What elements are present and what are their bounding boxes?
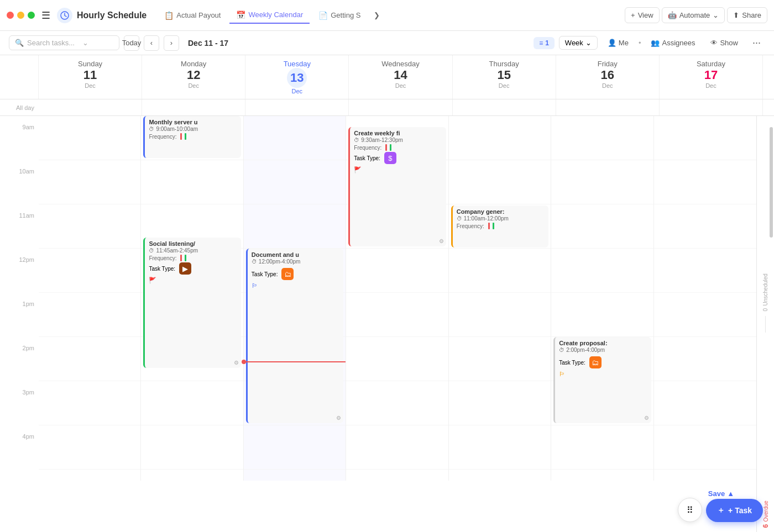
- col-header-sunday: Sunday 11 Dec: [39, 55, 142, 99]
- event-freq: Frequency:: [149, 255, 237, 261]
- automate-button[interactable]: 🤖 Automate ⌄: [662, 7, 725, 23]
- event-social-listening[interactable]: Social listening/ ⏱11:45am-2:45pm Freque…: [143, 238, 240, 368]
- unscheduled-label: 0 Unscheduled: [762, 116, 768, 316]
- grid-col-tuesday: Document and u ⏱12:00pm-4:00pm Task Type…: [244, 116, 346, 481]
- event-freq: Frequency:: [149, 133, 237, 140]
- traffic-lights: [7, 12, 35, 19]
- titlebar: ☰ Hourly Schedule 📋 Actual Payout 📅 Week…: [0, 0, 774, 31]
- allday-saturday: [660, 99, 763, 115]
- plus-icon: ＋: [717, 505, 725, 515]
- col-header-friday: Friday 16 Dec: [556, 55, 660, 99]
- time-1pm: 1pm: [0, 298, 39, 343]
- event-title: Document and u: [252, 251, 339, 258]
- scrollbar-thumb[interactable]: [770, 127, 773, 238]
- date-range: Dec 11 - 17: [188, 39, 228, 48]
- time-9am: 9am: [0, 122, 39, 166]
- assignees-button[interactable]: 👥 Assignees: [645, 36, 700, 49]
- event-type: Task Type: 🗂: [252, 268, 339, 280]
- grid-col-sunday: [39, 116, 141, 481]
- event-create-weekly[interactable]: Create weekly fi ⏱9:30am-12:30pm Frequen…: [348, 127, 446, 246]
- event-monthly-server[interactable]: Monthly server u ⏱9:00am-10:00am Frequen…: [143, 116, 240, 158]
- show-button[interactable]: 👁 Show: [705, 36, 744, 49]
- grid-col-thursday: Company gener: ⏱11:00am-12:00pm Frequenc…: [449, 116, 551, 481]
- menu-icon[interactable]: ☰: [41, 9, 50, 22]
- allday-tuesday: [245, 99, 349, 115]
- eye-icon: 👁: [710, 39, 718, 47]
- day-name-sunday: Sunday: [39, 60, 142, 68]
- minimize-button[interactable]: [17, 12, 24, 19]
- chevron-up-icon: ▲: [727, 489, 734, 498]
- allday-friday: [556, 99, 660, 115]
- group-icon: 👥: [651, 39, 660, 47]
- prev-week-button[interactable]: ‹: [144, 35, 159, 51]
- tab-getting-started[interactable]: 📄 Getting S: [312, 8, 367, 23]
- day-num-sunday: 11: [39, 68, 142, 82]
- search-chevron-icon[interactable]: ⌄: [82, 39, 88, 47]
- col-header-tuesday: Tuesday 13 Dec: [245, 55, 349, 99]
- time-12pm: 12pm: [0, 254, 39, 298]
- grid-col-wednesday: Create weekly fi ⏱9:30am-12:30pm Frequen…: [346, 116, 448, 481]
- event-title: Create weekly fi: [354, 130, 442, 136]
- person-icon: 👤: [608, 39, 616, 47]
- right-sidebar: 0 Unscheduled 6 Overdue: [756, 116, 774, 532]
- tab-weekly-calendar[interactable]: 📅 Weekly Calendar: [229, 7, 310, 24]
- doc-icon: 📄: [318, 11, 328, 20]
- me-button[interactable]: 👤 Me: [602, 36, 634, 49]
- col-header-thursday: Thursday 15 Dec: [453, 55, 556, 99]
- chevron-down-icon: ⌄: [585, 39, 592, 47]
- event-title: Monthly server u: [149, 119, 237, 125]
- time-11am: 11am: [0, 210, 39, 254]
- allday-sunday: [39, 99, 142, 115]
- chevron-right-icon: ❯: [374, 11, 380, 19]
- settings-icon[interactable]: ⚙: [439, 238, 444, 244]
- view-button[interactable]: + View: [625, 7, 660, 23]
- tab-more-button[interactable]: ❯: [369, 8, 384, 23]
- event-time: ⏱11:45am-2:45pm: [149, 247, 237, 254]
- day-date-sunday: Dec: [39, 82, 142, 89]
- add-task-button[interactable]: ＋ + Task: [706, 499, 763, 522]
- time-3pm: 3pm: [0, 387, 39, 431]
- chevron-down-icon: ⌄: [713, 11, 719, 19]
- more-options-button[interactable]: ···: [748, 35, 765, 51]
- close-button[interactable]: [7, 12, 14, 19]
- grid-col-friday: Create proposal: ⏱2:00pm-4:00pm Task Typ…: [551, 116, 653, 481]
- settings-icon[interactable]: ⚙: [644, 415, 649, 421]
- plus-icon: +: [631, 11, 635, 19]
- grid-view-button[interactable]: ⠿: [678, 498, 702, 522]
- time-column: 9am 10am 11am 12pm 1pm 2pm 3pm 4pm: [0, 116, 39, 532]
- save-button[interactable]: Save ▲: [708, 489, 734, 498]
- share-button[interactable]: ⬆ Share: [727, 7, 767, 23]
- app-icon: [57, 8, 72, 23]
- next-week-button[interactable]: ›: [164, 35, 179, 51]
- grid-col-monday: Monthly server u ⏱9:00am-10:00am Frequen…: [141, 116, 243, 481]
- overdue-label: 6 Overdue: [762, 333, 770, 533]
- allday-label: All day: [0, 99, 39, 115]
- time-2pm: 2pm: [0, 343, 39, 387]
- week-selector[interactable]: Week ⌄: [559, 36, 598, 50]
- search-icon: 🔍: [15, 39, 24, 47]
- col-header-monday: Monday 12 Dec: [142, 55, 245, 99]
- event-create-proposal[interactable]: Create proposal: ⏱2:00pm-4:00pm Task Typ…: [553, 337, 651, 423]
- tab-actual-payout[interactable]: 📋 Actual Payout: [158, 8, 227, 23]
- task-type-badge: 🗂: [589, 356, 602, 368]
- flag-icon: 🚩: [354, 166, 442, 173]
- event-company-general[interactable]: Company gener: ⏱11:00am-12:00pm Frequenc…: [451, 206, 548, 247]
- event-document[interactable]: Document and u ⏱12:00pm-4:00pm Task Type…: [246, 249, 343, 423]
- event-title: Create proposal:: [559, 340, 647, 346]
- share-icon: ⬆: [733, 11, 739, 19]
- today-button[interactable]: Today: [124, 35, 139, 51]
- allday-wednesday: [349, 99, 452, 115]
- settings-icon[interactable]: ⚙: [234, 360, 239, 366]
- search-box[interactable]: 🔍 Search tasks... ⌄: [9, 35, 119, 50]
- event-freq: Frequency:: [354, 144, 442, 151]
- allday-monday: [142, 99, 245, 115]
- event-time: ⏱9:00am-10:00am: [149, 126, 237, 132]
- flag-icon: 🏳: [559, 371, 647, 377]
- task-type-badge: 🗂: [281, 268, 294, 280]
- payout-icon: 📋: [164, 11, 174, 20]
- settings-icon[interactable]: ⚙: [336, 415, 341, 421]
- event-freq: Frequency:: [457, 223, 545, 229]
- event-title: Company gener:: [457, 208, 545, 215]
- filter-badge[interactable]: ≡ 1: [534, 37, 555, 49]
- maximize-button[interactable]: [28, 12, 35, 19]
